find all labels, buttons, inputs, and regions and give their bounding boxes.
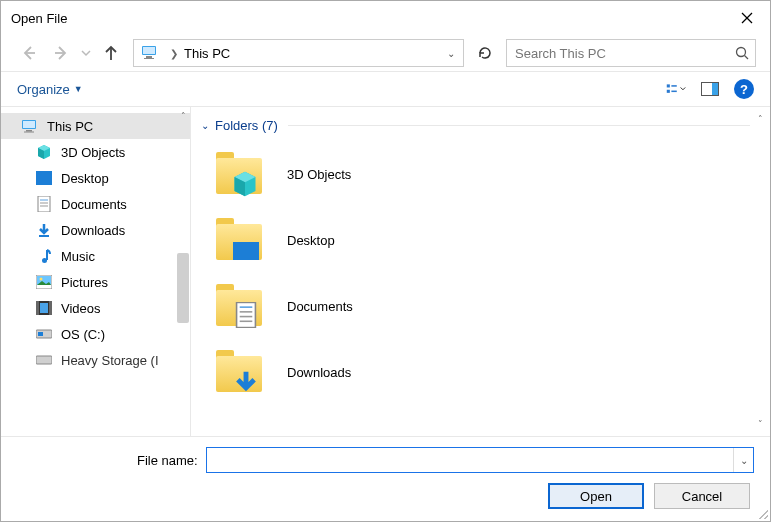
search-icon: [735, 46, 749, 60]
sidebar-item-this-pc[interactable]: This PC: [1, 113, 190, 139]
svg-rect-7: [146, 56, 152, 58]
divider: [288, 125, 750, 126]
main-scroll-up[interactable]: ˄: [752, 111, 768, 127]
video-icon: [35, 299, 53, 317]
sidebar-item-music[interactable]: Music: [1, 243, 190, 269]
open-button-label: Open: [580, 489, 612, 504]
sidebar-item-label: Heavy Storage (I: [61, 353, 159, 368]
svg-rect-20: [24, 132, 34, 133]
sidebar-item-label: Desktop: [61, 171, 109, 186]
cube-icon: [35, 143, 53, 161]
sidebar-scroll-thumb[interactable]: [177, 253, 189, 323]
close-button[interactable]: [724, 2, 770, 34]
sidebar-item-label: Videos: [61, 301, 101, 316]
organize-menu[interactable]: Organize ▼: [17, 82, 83, 97]
resize-grip[interactable]: [756, 507, 768, 519]
folder-label: Documents: [287, 299, 353, 314]
svg-line-10: [745, 56, 749, 60]
group-label: Folders (7): [215, 118, 278, 133]
picture-icon: [35, 273, 53, 291]
svg-rect-11: [667, 84, 670, 87]
close-icon: [741, 12, 753, 24]
titlebar: Open File: [1, 1, 770, 35]
cancel-button[interactable]: Cancel: [654, 483, 750, 509]
folder-list: 3D Objects Desktop Documents: [191, 137, 770, 436]
sidebar-item-label: 3D Objects: [61, 145, 125, 160]
sidebar-item-drive-c[interactable]: OS (C:): [1, 321, 190, 347]
navigation-tree[interactable]: ˄ This PC 3D Objects Desktop: [1, 107, 191, 436]
sidebar-scroll-up[interactable]: ˄: [176, 107, 190, 125]
sidebar-item-3d-objects[interactable]: 3D Objects: [1, 139, 190, 165]
view-options-button[interactable]: [666, 79, 686, 99]
sidebar-item-label: OS (C:): [61, 327, 105, 342]
cancel-button-label: Cancel: [682, 489, 722, 504]
chevron-down-icon: ⌄: [201, 120, 209, 131]
forward-button[interactable]: [47, 39, 75, 67]
arrow-right-icon: [52, 44, 70, 62]
svg-rect-19: [26, 130, 32, 132]
button-row: Open Cancel: [17, 483, 754, 509]
drive-icon: [35, 351, 53, 369]
filename-input[interactable]: [207, 448, 733, 472]
cube-icon: [231, 170, 259, 198]
svg-rect-22: [38, 196, 50, 212]
svg-rect-21: [36, 171, 52, 185]
sidebar-item-videos[interactable]: Videos: [1, 295, 190, 321]
address-bar[interactable]: ❯ This PC ⌄: [133, 39, 464, 67]
svg-rect-37: [36, 356, 52, 364]
pc-icon: [140, 44, 160, 63]
music-icon: [35, 247, 53, 265]
folder-view[interactable]: ˄ ˅ ⌄ Folders (7) 3D Objects: [191, 107, 770, 436]
folder-documents[interactable]: Documents: [211, 273, 770, 339]
sidebar-item-label: Music: [61, 249, 95, 264]
svg-rect-38: [233, 242, 259, 260]
chevron-right-icon: ❯: [170, 48, 178, 59]
chevron-down-icon: [81, 48, 91, 58]
preview-pane-button[interactable]: [700, 79, 720, 99]
sidebar-item-label: This PC: [47, 119, 93, 134]
svg-point-30: [40, 278, 43, 281]
folder-icon: [211, 344, 267, 400]
folder-icon: [211, 146, 267, 202]
group-header-folders[interactable]: ⌄ Folders (7): [191, 107, 770, 137]
folder-downloads[interactable]: Downloads: [211, 339, 770, 405]
up-button[interactable]: [97, 39, 125, 67]
filename-row: File name: ⌄: [17, 447, 754, 473]
svg-rect-18: [23, 121, 35, 128]
organize-label: Organize: [17, 82, 70, 97]
sidebar-item-documents[interactable]: Documents: [1, 191, 190, 217]
address-dropdown[interactable]: ⌄: [441, 48, 461, 59]
folder-label: Desktop: [287, 233, 335, 248]
drive-icon: [35, 325, 53, 343]
sidebar-item-downloads[interactable]: Downloads: [1, 217, 190, 243]
folder-desktop[interactable]: Desktop: [211, 207, 770, 273]
folder-icon: [211, 212, 267, 268]
filename-label: File name:: [137, 453, 198, 468]
view-options-icon: [666, 81, 686, 97]
download-icon: [233, 370, 259, 396]
folder-label: 3D Objects: [287, 167, 351, 182]
filename-combo[interactable]: ⌄: [206, 447, 754, 473]
help-button[interactable]: ?: [734, 79, 754, 99]
navigation-row: ❯ This PC ⌄: [1, 35, 770, 71]
refresh-button[interactable]: [472, 40, 498, 66]
address-location: This PC: [184, 46, 230, 61]
folder-label: Downloads: [287, 365, 351, 380]
filename-dropdown[interactable]: ⌄: [733, 448, 753, 472]
sidebar-item-drive-heavy-storage[interactable]: Heavy Storage (I: [1, 347, 190, 373]
sidebar-item-desktop[interactable]: Desktop: [1, 165, 190, 191]
search-box[interactable]: [506, 39, 756, 67]
svg-rect-36: [38, 332, 43, 336]
folder-3d-objects[interactable]: 3D Objects: [211, 141, 770, 207]
open-button[interactable]: Open: [548, 483, 644, 509]
search-input[interactable]: [513, 45, 735, 62]
svg-rect-6: [143, 47, 155, 54]
help-icon: ?: [740, 82, 748, 97]
back-button[interactable]: [15, 39, 43, 67]
svg-rect-16: [712, 83, 718, 95]
main-scroll-down[interactable]: ˅: [752, 416, 768, 432]
recent-locations-button[interactable]: [79, 39, 93, 67]
preview-pane-icon: [701, 82, 719, 96]
document-icon: [235, 302, 257, 328]
sidebar-item-pictures[interactable]: Pictures: [1, 269, 190, 295]
